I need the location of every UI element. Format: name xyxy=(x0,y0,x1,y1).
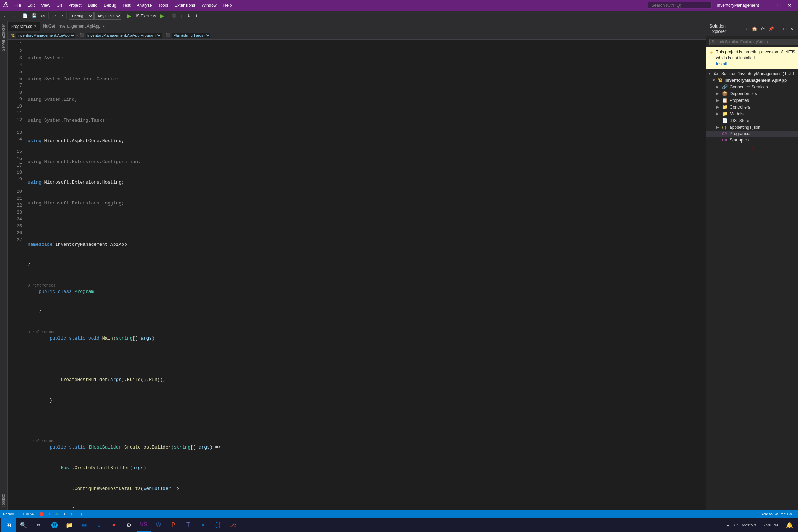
taskbar-mail[interactable]: ✉ xyxy=(77,518,91,532)
save-button[interactable]: 💾 xyxy=(30,12,39,20)
step-out-button[interactable]: ⬆ xyxy=(193,12,200,20)
menu-help[interactable]: Help xyxy=(220,2,235,8)
taskbar-cmd[interactable]: ▪ xyxy=(196,518,210,532)
code-line-21: .ConfigureWebHostDefaults(webBuilder => xyxy=(28,485,703,492)
project-icon: 🏗 xyxy=(718,77,724,83)
status-up-button[interactable]: ↑ xyxy=(69,510,75,518)
taskbar-word[interactable]: W xyxy=(151,518,166,532)
tab-program-cs-close[interactable]: ✕ xyxy=(34,24,37,29)
se-refresh[interactable]: ⟳ xyxy=(759,26,766,31)
toolbar: ← → 📄 💾 🗂 ↩ ↪ Debug Release Any CPU ▶ II… xyxy=(0,11,798,21)
taskbar-git[interactable]: ⎇ xyxy=(226,518,240,532)
tab-program-cs[interactable]: Program.cs ✕ xyxy=(8,22,40,31)
menu-build[interactable]: Build xyxy=(85,2,100,8)
warning-close-button[interactable]: ✕ xyxy=(792,48,796,54)
breadcrumb-method[interactable]: Main(string[] args) xyxy=(172,33,210,38)
se-nav-forward[interactable]: → xyxy=(742,26,750,31)
taskbar-powerpoint[interactable]: P xyxy=(166,518,180,532)
breadcrumb-project[interactable]: InventoryManagement.ApiApp xyxy=(16,33,75,38)
taskbar-teams[interactable]: T xyxy=(181,518,195,532)
step-over-button[interactable]: ⤵ xyxy=(179,12,185,20)
tree-project-node[interactable]: ▼ 🏗 InventoryManagement.ApiApp xyxy=(706,77,798,83)
tree-appsettings[interactable]: ▶ { } appsettings.json xyxy=(706,124,798,131)
undo-button[interactable]: ↩ xyxy=(51,12,57,20)
menu-project[interactable]: Project xyxy=(65,2,84,8)
taskbar-file-explorer[interactable]: 📁 xyxy=(62,518,76,532)
menu-file[interactable]: File xyxy=(11,2,24,8)
run-button[interactable]: ▶ xyxy=(125,12,133,20)
taskbar-edge2[interactable]: e xyxy=(92,518,106,532)
step-in-button[interactable]: ⬇ xyxy=(185,12,192,20)
taskbar-clock[interactable]: 7:30 PM xyxy=(764,522,781,527)
breadcrumb-method-icon: ⬛ xyxy=(166,33,170,37)
title-bar-search[interactable] xyxy=(648,2,712,9)
tree-startup-cs[interactable]: C# Startup.cs xyxy=(706,137,798,143)
breadcrumb-class[interactable]: InventoryManagement.ApiApp.Program xyxy=(86,33,162,38)
menu-extensions[interactable]: Extensions xyxy=(172,2,198,8)
breakpoint-button[interactable]: ⚫ xyxy=(170,12,178,20)
platform-dropdown[interactable]: Any CPU xyxy=(94,12,121,20)
se-close[interactable]: ✕ xyxy=(788,26,795,31)
status-down-button[interactable]: ↓ xyxy=(79,510,85,518)
tree-dependencies[interactable]: ▶ 📦 Dependencies xyxy=(706,90,798,97)
run-alt-button[interactable]: ▶ xyxy=(158,12,166,20)
minimize-button[interactable]: – xyxy=(764,0,774,11)
menu-window[interactable]: Window xyxy=(199,2,220,8)
maximize-button[interactable]: □ xyxy=(774,0,784,11)
menu-test[interactable]: Test xyxy=(120,2,133,8)
code-content[interactable]: using System; using System.Collections.G… xyxy=(25,40,706,510)
se-nav-back[interactable]: ← xyxy=(734,26,741,31)
save-all-button[interactable]: 🗂 xyxy=(39,12,47,20)
tree-ds-store[interactable]: 📄 .DS_Store xyxy=(706,117,798,124)
menu-view[interactable]: View xyxy=(38,2,53,8)
new-file-button[interactable]: 📄 xyxy=(21,12,29,20)
menu-edit[interactable]: Edit xyxy=(24,2,37,8)
se-search-container xyxy=(706,36,798,47)
taskbar-edge[interactable]: 🌐 xyxy=(47,518,62,532)
close-button[interactable]: ✕ xyxy=(784,0,795,11)
debug-config-dropdown[interactable]: Debug Release xyxy=(69,12,94,20)
solution-explorer-title-bar: Solution Explorer ← → 🏠 ⟳ 📌 – □ ✕ xyxy=(706,21,798,36)
taskbar-vs[interactable]: VS xyxy=(137,518,151,532)
taskbar-settings[interactable]: ⚙ xyxy=(122,518,136,532)
taskbar-vs-code[interactable]: { } xyxy=(211,518,225,532)
code-line-6: using Microsoft.Extensions.Configuration… xyxy=(28,158,703,166)
taskbar-task-view[interactable]: ⧉ xyxy=(31,518,45,532)
tab-nuget-close[interactable]: ✕ xyxy=(102,24,105,29)
redo-button[interactable]: ↪ xyxy=(58,12,65,20)
warning-install-link[interactable]: Install xyxy=(716,62,727,66)
se-home[interactable]: 🏠 xyxy=(750,26,759,31)
status-zoom: 100 % xyxy=(23,512,34,516)
line-numbers: 1 2 3 4 5 6 7 8 9 10 11 12 13 14 15 16 1… xyxy=(8,40,25,510)
toolbox-tab[interactable]: Toolbox xyxy=(0,491,7,510)
code-editor[interactable]: 1 2 3 4 5 6 7 8 9 10 11 12 13 14 15 16 1… xyxy=(8,40,706,510)
status-error-icon: 🔴 xyxy=(39,512,44,516)
se-pin[interactable]: 📌 xyxy=(767,26,775,31)
menu-git[interactable]: Git xyxy=(54,2,65,8)
tab-nuget[interactable]: NuGet: Inven...gement.ApiApp ✕ xyxy=(40,22,108,31)
server-explorer-tab[interactable]: Server Explorer xyxy=(0,21,7,54)
se-search-input[interactable] xyxy=(709,39,798,45)
tree-solution-node[interactable]: ▼ 🗂 Solution 'InventoryManagement' (1 of… xyxy=(706,70,798,77)
toolbar-divider-3 xyxy=(66,12,67,19)
tree-controllers[interactable]: ▶ 📁 Controllers xyxy=(706,104,798,110)
models-arrow: ▶ xyxy=(716,112,722,116)
connected-services-icon: 🔗 xyxy=(722,84,728,89)
tree-models[interactable]: ▶ 📁 Models xyxy=(706,110,798,117)
forward-button[interactable]: → xyxy=(10,12,17,20)
source-control-status[interactable]: Add to Source Co... xyxy=(761,512,795,516)
start-button[interactable]: ⊞ xyxy=(1,518,16,532)
taskbar-notifications[interactable]: 🔔 xyxy=(782,518,797,532)
tab-nuget-label: NuGet: Inven...gement.ApiApp xyxy=(43,24,100,29)
back-button[interactable]: ← xyxy=(1,12,9,20)
taskbar-search[interactable]: 🔍 xyxy=(16,518,30,532)
tree-properties[interactable]: ▶ 📋 Properties xyxy=(706,97,798,104)
menu-debug[interactable]: Debug xyxy=(101,2,119,8)
se-maximize[interactable]: □ xyxy=(782,26,788,31)
taskbar-chrome[interactable]: ● xyxy=(107,518,121,532)
tree-connected-services[interactable]: ▶ 🔗 Connected Services xyxy=(706,83,798,90)
menu-tools[interactable]: Tools xyxy=(155,2,171,8)
tree-program-cs[interactable]: C# Program.cs xyxy=(706,131,798,137)
menu-analyze[interactable]: Analyze xyxy=(134,2,155,8)
se-minimize[interactable]: – xyxy=(776,26,781,31)
